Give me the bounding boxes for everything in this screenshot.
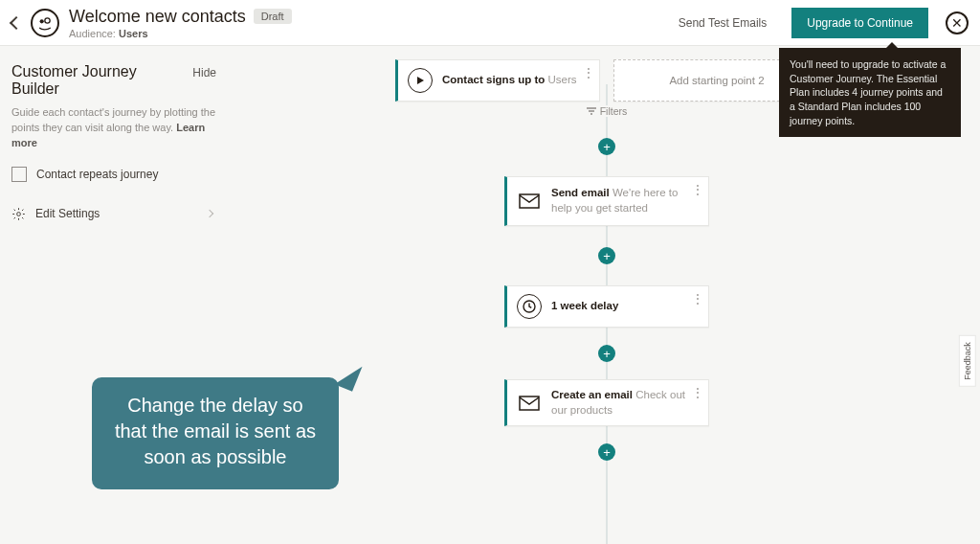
filter-icon <box>587 107 596 115</box>
clock-icon <box>517 294 542 319</box>
svg-point-1 <box>45 17 50 22</box>
starting-point-card[interactable]: Contact signs up to Users ⋮ <box>395 59 600 102</box>
filters-button[interactable]: Filters <box>504 105 709 117</box>
envelope-icon <box>517 391 542 416</box>
top-bar: Welcome new contacts Draft Audience: Use… <box>0 0 980 46</box>
sidebar-title: Customer Journey Builder <box>11 63 181 98</box>
svg-rect-4 <box>520 194 539 208</box>
edit-settings-row[interactable]: Edit Settings <box>11 207 216 221</box>
kebab-icon[interactable]: ⋮ <box>692 292 702 306</box>
delay-card[interactable]: 1 week delay ⋮ <box>504 285 709 328</box>
audience-line: Audience: Users <box>69 28 292 39</box>
envelope-icon <box>517 189 542 214</box>
svg-rect-6 <box>520 397 539 410</box>
add-step-button[interactable]: + <box>598 345 615 362</box>
back-icon[interactable] <box>10 15 23 29</box>
title-block: Welcome new contacts Draft Audience: Use… <box>69 7 292 39</box>
kebab-icon[interactable]: ⋮ <box>692 386 702 399</box>
gear-icon <box>11 207 26 221</box>
draft-badge: Draft <box>254 9 292 24</box>
svg-point-2 <box>17 212 21 215</box>
kebab-icon[interactable]: ⋮ <box>692 183 702 196</box>
svg-point-0 <box>40 19 44 23</box>
add-step-button[interactable]: + <box>598 138 615 155</box>
send-test-button[interactable]: Send Test Emails <box>663 8 783 38</box>
hide-sidebar[interactable]: Hide <box>192 66 216 79</box>
add-step-button[interactable]: + <box>598 247 615 264</box>
upgrade-tooltip: You'll need to upgrade to activate a Cus… <box>779 48 961 137</box>
upgrade-button[interactable]: Upgrade to Continue <box>791 8 928 38</box>
instruction-callout: Change the delay so that the email is se… <box>92 377 339 489</box>
sidebar-description: Guide each contact's journey by plotting… <box>11 105 216 151</box>
repeat-journey-label: Contact repeats journey <box>36 168 158 181</box>
page-title: Welcome new contacts <box>69 7 246 27</box>
svg-marker-3 <box>417 77 424 84</box>
create-email-card[interactable]: Create an email Check out our products ⋮ <box>504 379 709 426</box>
checkbox-icon[interactable] <box>11 167 27 182</box>
repeat-journey-row[interactable]: Contact repeats journey <box>11 167 216 182</box>
kebab-icon[interactable]: ⋮ <box>583 66 593 79</box>
send-email-card[interactable]: Send email We're here to help you get st… <box>504 176 709 226</box>
play-icon <box>408 68 433 93</box>
add-step-button[interactable]: + <box>598 443 615 461</box>
chevron-right-icon <box>206 210 213 217</box>
close-icon[interactable]: ✕ <box>946 11 969 34</box>
mailchimp-logo <box>31 9 59 37</box>
